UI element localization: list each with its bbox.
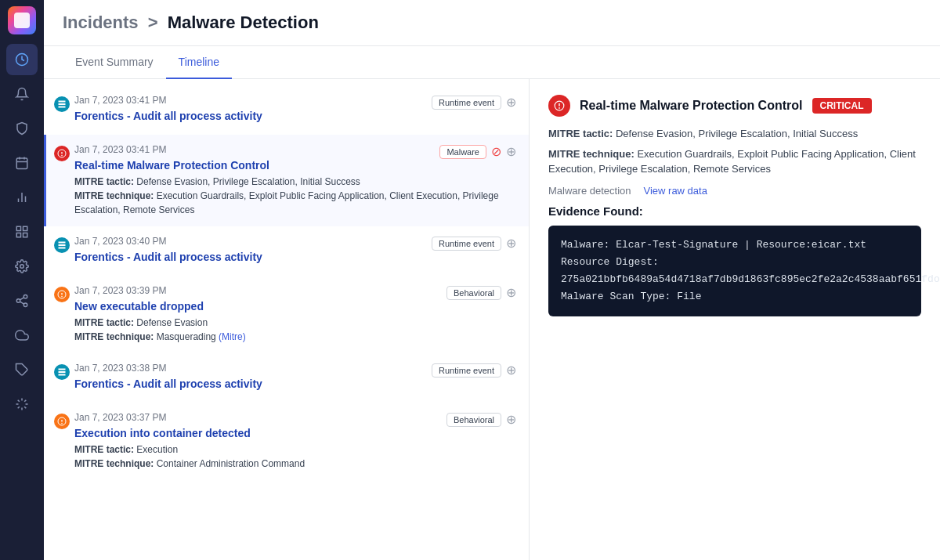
detail-title: Real-time Malware Protection Control [580,99,803,113]
target-icon-1: ⊕ [506,95,516,110]
evidence-title: Evidence Found: [548,204,921,218]
svg-point-15 [24,303,27,307]
svg-line-25 [18,406,20,408]
mitre-4: MITRE tactic: Defense Evasion [74,316,516,330]
sidebar-item-settings[interactable] [6,251,38,282]
sidebar-item-chart[interactable] [6,182,38,213]
cancel-icon-2: ⊘ [491,144,501,159]
timeline-item-5[interactable]: Jan 7, 2023 03:38 PM Runtime event ⊕ For… [44,353,529,403]
timestamp-3: Jan 7, 2023 03:40 PM [74,236,166,247]
severity-badge: CRITICAL [812,98,872,114]
sidebar-item-shield[interactable] [6,113,38,144]
svg-point-14 [16,299,20,303]
svg-rect-39 [59,369,66,370]
svg-rect-41 [59,374,66,376]
svg-point-13 [24,295,27,299]
timeline-item-4[interactable]: Jan 7, 2023 03:39 PM Behavioral ⊕ New ex… [44,276,529,353]
tab-bar: Event Summary Timeline [44,46,940,79]
timeline-item-6[interactable]: Jan 7, 2023 03:37 PM Behavioral ⊕ Execut… [44,403,529,480]
svg-point-32 [61,155,63,157]
breadcrumb: Incidents > Malware Detection [63,13,921,33]
badge-4: Behavioral [446,286,501,300]
app-logo[interactable] [8,6,36,34]
timeline-icon-5 [54,364,70,380]
svg-line-17 [20,298,24,300]
main-content: Incidents > Malware Detection Event Summ… [44,0,940,560]
timeline-item-1[interactable]: Jan 7, 2023 03:41 PM Runtime event ⊕ For… [44,85,529,135]
svg-point-38 [61,296,63,298]
timestamp-6: Jan 7, 2023 03:37 PM [74,412,166,423]
sidebar-item-integrations[interactable] [6,388,38,420]
svg-line-16 [20,302,24,304]
svg-rect-9 [24,226,27,230]
breadcrumb-separator: > [148,13,158,32]
timestamp-4: Jan 7, 2023 03:39 PM [74,285,166,296]
event-title-4: New executable dropped [74,300,516,313]
sidebar [0,0,44,560]
evidence-line-1: Malware: Elcar-Test-Signature | Resource… [561,237,909,254]
svg-rect-8 [16,226,20,230]
detail-header: Real-time Malware Protection Control CRI… [548,95,921,117]
event-title-1: Forentics - Audit all process activity [74,110,516,122]
detail-panel: Real-time Malware Protection Control CRI… [530,79,940,560]
event-title-3: Forentics - Audit all process activity [74,251,516,263]
sidebar-item-alerts[interactable] [6,78,38,110]
timeline-item-2[interactable]: Jan 7, 2023 03:41 PM Malware ⊘ ⊕ Real-ti… [44,135,529,226]
timestamp-5: Jan 7, 2023 03:38 PM [74,363,166,374]
svg-line-21 [18,400,20,402]
timeline-icon-4 [54,287,70,302]
timeline-icon-6 [54,414,70,429]
event-title-6: Execution into container detected [74,427,516,439]
badge-2: Malware [439,145,486,159]
timestamp-2: Jan 7, 2023 03:41 PM [74,144,166,155]
breadcrumb-page: Malware Detection [168,13,319,32]
mitre-technique-4: MITRE technique: Masquerading (Mitre) [74,330,516,344]
target-icon-2: ⊕ [506,144,516,159]
svg-point-12 [20,265,24,269]
svg-rect-29 [59,107,66,108]
timeline-icon-2 [54,146,70,161]
page-header: Incidents > Malware Detection [44,0,940,46]
event-title-2: Real-time Malware Protection Control [74,159,516,172]
svg-rect-10 [16,233,20,237]
mitre-link-4[interactable]: (Mitre) [219,331,246,342]
detail-links: Malware detection View raw data [548,185,921,197]
timeline-panel: Jan 7, 2023 03:41 PM Runtime event ⊕ For… [44,79,530,560]
target-icon-6: ⊕ [506,412,516,427]
timeline-item-3[interactable]: Jan 7, 2023 03:40 PM Runtime event ⊕ For… [44,226,529,276]
badge-3: Runtime event [432,237,501,251]
badge-5: Runtime event [432,363,501,378]
svg-point-44 [61,423,63,425]
svg-point-47 [559,107,560,109]
detail-critical-icon [548,95,570,117]
sidebar-item-tag[interactable] [6,354,38,385]
svg-line-22 [24,406,26,408]
content-area: Jan 7, 2023 03:41 PM Runtime event ⊕ For… [44,79,940,560]
svg-rect-34 [59,244,66,246]
evidence-line-2: Resource Digest: 275a021bbfb6489a54d4718… [561,254,909,288]
svg-rect-11 [24,233,27,237]
tab-event-summary[interactable]: Event Summary [63,46,166,79]
timestamp-1: Jan 7, 2023 03:41 PM [74,95,166,106]
svg-rect-1 [16,158,27,169]
mitre-6: MITRE tactic: Execution [74,443,516,457]
evidence-box: Malware: Elcar-Test-Signature | Resource… [548,226,921,316]
sidebar-item-incidents[interactable] [6,44,38,75]
breadcrumb-incidents[interactable]: Incidents [63,13,139,32]
svg-rect-28 [59,103,66,105]
view-raw-data-link[interactable]: View raw data [644,185,707,197]
sidebar-item-box[interactable] [6,216,38,247]
target-icon-4: ⊕ [506,285,516,300]
sidebar-item-cloud[interactable] [6,320,38,351]
svg-rect-35 [59,247,66,249]
target-icon-3: ⊕ [506,236,516,251]
detail-mitre-tactic: MITRE tactic: Defense Evasion, Privilege… [548,126,921,142]
malware-detection-tag: Malware detection [548,185,631,197]
evidence-line-3: Malware Scan Type: File [561,288,909,305]
timeline-icon-3 [54,237,70,253]
tab-timeline[interactable]: Timeline [166,46,232,79]
svg-rect-27 [59,101,66,103]
sidebar-item-network[interactable] [6,285,38,316]
sidebar-item-calendar[interactable] [6,147,38,179]
badge-1: Runtime event [432,96,501,110]
